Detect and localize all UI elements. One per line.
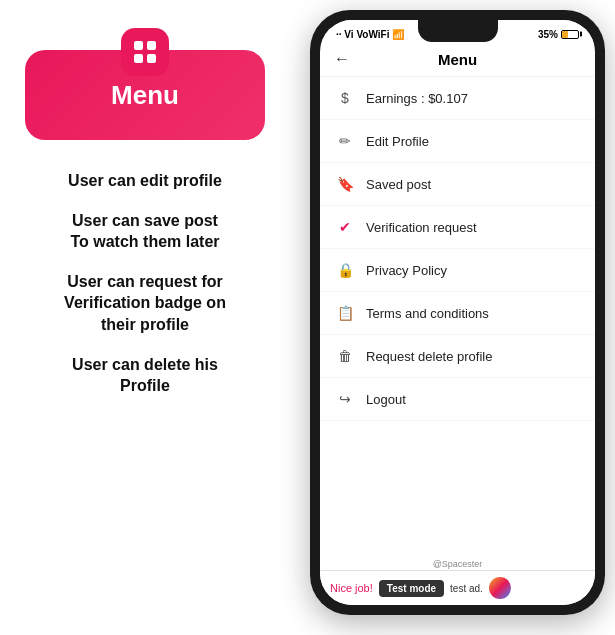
grid-dot — [134, 41, 143, 50]
menu-item-logout[interactable]: ↪ Logout — [320, 378, 595, 421]
status-left: ·· Vi VoWiFi 📶 — [336, 29, 404, 40]
wifi-symbol: 📶 — [392, 29, 404, 40]
delete-profile-label: Request delete profile — [366, 349, 492, 364]
phone-wrapper: ·· Vi VoWiFi 📶 8:39 PM 35% ← Menu — [310, 10, 605, 620]
feature-list: User can edit profile User can save post… — [25, 170, 265, 397]
menu-item-earnings[interactable]: $ Earnings : $0.107 — [320, 77, 595, 120]
privacy-icon: 🔒 — [336, 262, 354, 278]
menu-item-terms[interactable]: 📋 Terms and conditions — [320, 292, 595, 335]
battery-percent: 35% — [538, 29, 558, 40]
ad-username: @Spacester — [320, 559, 595, 569]
bookmark-icon: 🔖 — [336, 176, 354, 192]
battery-fill — [562, 31, 568, 38]
left-panel: Menu User can edit profile User can save… — [0, 0, 290, 635]
ad-bar-inner: Nice job! Test mode test ad. — [330, 577, 585, 599]
grid-dot — [147, 41, 156, 50]
phone-notch — [418, 20, 498, 42]
grid-dot — [147, 54, 156, 63]
ad-text: test ad. — [450, 583, 483, 594]
logout-label: Logout — [366, 392, 406, 407]
logout-icon: ↪ — [336, 391, 354, 407]
menu-list: $ Earnings : $0.107 ✏ Edit Profile 🔖 Sav… — [320, 77, 595, 570]
ad-logo — [489, 577, 511, 599]
app-header-title: Menu — [438, 51, 477, 68]
menu-card: Menu — [25, 50, 265, 140]
menu-item-edit-profile[interactable]: ✏ Edit Profile — [320, 120, 595, 163]
ad-test-mode: Test mode — [379, 580, 444, 597]
menu-item-verification[interactable]: ✔ Verification request — [320, 206, 595, 249]
edit-profile-label: Edit Profile — [366, 134, 429, 149]
edit-icon: ✏ — [336, 133, 354, 149]
earnings-label: Earnings : $0.107 — [366, 91, 468, 106]
menu-item-privacy[interactable]: 🔒 Privacy Policy — [320, 249, 595, 292]
feature-edit-profile: User can edit profile — [25, 170, 265, 192]
carrier-name: Vi VoWiFi — [344, 29, 389, 40]
menu-item-delete-profile[interactable]: 🗑 Request delete profile — [320, 335, 595, 378]
verification-label: Verification request — [366, 220, 477, 235]
feature-delete-profile: User can delete his Profile — [25, 354, 265, 397]
terms-icon: 📋 — [336, 305, 354, 321]
privacy-label: Privacy Policy — [366, 263, 447, 278]
phone-frame: ·· Vi VoWiFi 📶 8:39 PM 35% ← Menu — [310, 10, 605, 615]
ad-nice-job: Nice job! — [330, 582, 373, 594]
status-right: 35% — [538, 29, 579, 40]
grid-icon — [121, 28, 169, 76]
terms-label: Terms and conditions — [366, 306, 489, 321]
battery-tip — [580, 32, 582, 37]
verification-icon: ✔ — [336, 219, 354, 235]
grid-dot — [134, 54, 143, 63]
delete-icon: 🗑 — [336, 348, 354, 364]
feature-save-post: User can save post To watch them later — [25, 210, 265, 253]
menu-item-saved-post[interactable]: 🔖 Saved post — [320, 163, 595, 206]
phone-screen: ·· Vi VoWiFi 📶 8:39 PM 35% ← Menu — [320, 20, 595, 605]
saved-post-label: Saved post — [366, 177, 431, 192]
app-header: ← Menu — [320, 44, 595, 77]
grid-dots — [134, 41, 156, 63]
ad-bar: @Spacester Nice job! Test mode test ad. — [320, 570, 595, 605]
feature-verification: User can request for Verification badge … — [25, 271, 265, 336]
menu-card-title: Menu — [111, 80, 179, 111]
back-button[interactable]: ← — [334, 50, 350, 68]
battery-icon — [561, 30, 579, 39]
earnings-icon: $ — [336, 90, 354, 106]
